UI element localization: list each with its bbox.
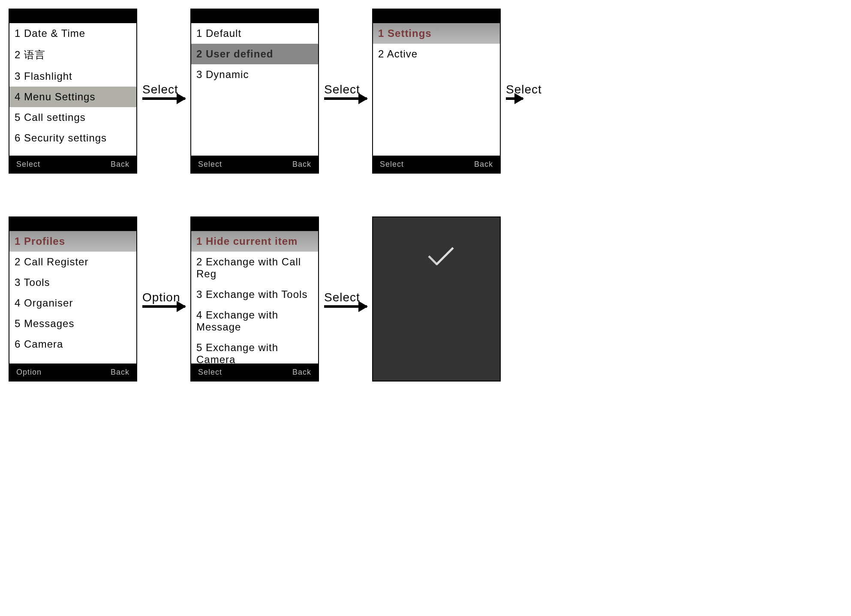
arrow-label: Option xyxy=(142,291,180,304)
softkey-bar: Select Back xyxy=(191,364,318,381)
arrow-label: Select xyxy=(142,83,178,96)
status-bar xyxy=(373,9,500,23)
menu-item-exchange-camera[interactable]: 5 Exchange with Camera xyxy=(191,337,318,364)
menu-list: 1 Default 2 User defined 3 Dynamic xyxy=(191,23,318,156)
flow-row-1: 1 Date & Time 2 语言 3 Flashlight 4 Menu S… xyxy=(9,9,842,174)
menu-item-settings[interactable]: 1 Settings xyxy=(373,23,500,44)
menu-item-call-register[interactable]: 2 Call Register xyxy=(9,252,136,272)
arrow-icon xyxy=(506,97,523,100)
menu-item-exchange-callreg[interactable]: 2 Exchange with Call Reg xyxy=(191,252,318,284)
arrow-icon xyxy=(324,97,367,100)
status-bar xyxy=(191,9,318,23)
menu-item-active[interactable]: 2 Active xyxy=(373,44,500,64)
menu-item-flashlight[interactable]: 3 Flashlight xyxy=(9,66,136,87)
arrow-icon xyxy=(324,305,367,308)
user-defined-screen: 1 Settings 2 Active Select Back xyxy=(372,9,501,174)
softkey-bar: Select Back xyxy=(373,156,500,173)
menu-item-date-time[interactable]: 1 Date & Time xyxy=(9,23,136,44)
arrow-select-4: Select xyxy=(324,291,367,308)
softkey-right[interactable]: Back xyxy=(474,160,493,169)
menu-item-exchange-message[interactable]: 4 Exchange with Message xyxy=(191,305,318,337)
arrow-select-2: Select xyxy=(324,83,367,100)
arrow-icon xyxy=(142,305,185,308)
menu-item-security-settings[interactable]: 6 Security settings xyxy=(9,128,136,148)
softkey-bar: Option Back xyxy=(9,364,136,381)
arrow-icon xyxy=(142,97,185,100)
menu-item-default[interactable]: 1 Default xyxy=(191,23,318,44)
menu-list: 1 Hide current item 2 Exchange with Call… xyxy=(191,231,318,364)
menu-item-profiles[interactable]: 1 Profiles xyxy=(9,231,136,252)
menu-item-dynamic[interactable]: 3 Dynamic xyxy=(191,64,318,85)
softkey-bar: Select Back xyxy=(9,156,136,173)
arrow-label: Select xyxy=(324,83,360,96)
menu-list: 1 Date & Time 2 语言 3 Flashlight 4 Menu S… xyxy=(9,23,136,156)
arrow-select-1: Select xyxy=(142,83,185,100)
menu-item-call-settings[interactable]: 5 Call settings xyxy=(9,107,136,128)
menu-item-menu-settings[interactable]: 4 Menu Settings xyxy=(9,87,136,107)
softkey-left[interactable]: Select xyxy=(16,160,40,169)
option-screen: 1 Hide current item 2 Exchange with Call… xyxy=(190,216,319,382)
menu-list: 1 Profiles 2 Call Register 3 Tools 4 Org… xyxy=(9,231,136,364)
menu-item-organiser[interactable]: 4 Organiser xyxy=(9,293,136,313)
status-bar xyxy=(9,217,136,231)
checkmark-icon xyxy=(424,243,458,277)
menu-item-tools[interactable]: 3 Tools xyxy=(9,272,136,293)
confirmation-screen xyxy=(372,216,501,382)
arrow-select-3: Select xyxy=(506,83,542,100)
softkey-bar: Select Back xyxy=(191,156,318,173)
arrow-label: Select xyxy=(324,291,360,304)
settings-screen: 1 Date & Time 2 语言 3 Flashlight 4 Menu S… xyxy=(9,9,137,174)
softkey-left[interactable]: Option xyxy=(16,368,42,377)
menu-order-screen: 1 Profiles 2 Call Register 3 Tools 4 Org… xyxy=(9,216,137,382)
softkey-left[interactable]: Select xyxy=(380,160,404,169)
softkey-right[interactable]: Back xyxy=(111,368,129,377)
menu-item-hide-current[interactable]: 1 Hide current item xyxy=(191,231,318,252)
softkey-right[interactable]: Back xyxy=(111,160,129,169)
status-bar xyxy=(191,217,318,231)
menu-item-messages[interactable]: 5 Messages xyxy=(9,313,136,334)
menu-item-exchange-tools[interactable]: 3 Exchange with Tools xyxy=(191,284,318,305)
menu-item-language[interactable]: 2 语言 xyxy=(9,44,136,66)
menu-list: 1 Settings 2 Active xyxy=(373,23,500,156)
menu-settings-screen: 1 Default 2 User defined 3 Dynamic Selec… xyxy=(190,9,319,174)
softkey-right[interactable]: Back xyxy=(292,368,311,377)
arrow-option: Option xyxy=(142,291,185,308)
status-bar xyxy=(9,9,136,23)
softkey-right[interactable]: Back xyxy=(292,160,311,169)
flow-row-2: 1 Profiles 2 Call Register 3 Tools 4 Org… xyxy=(9,216,842,382)
menu-item-user-defined[interactable]: 2 User defined xyxy=(191,44,318,64)
softkey-left[interactable]: Select xyxy=(198,368,222,377)
menu-item-camera[interactable]: 6 Camera xyxy=(9,334,136,355)
softkey-left[interactable]: Select xyxy=(198,160,222,169)
